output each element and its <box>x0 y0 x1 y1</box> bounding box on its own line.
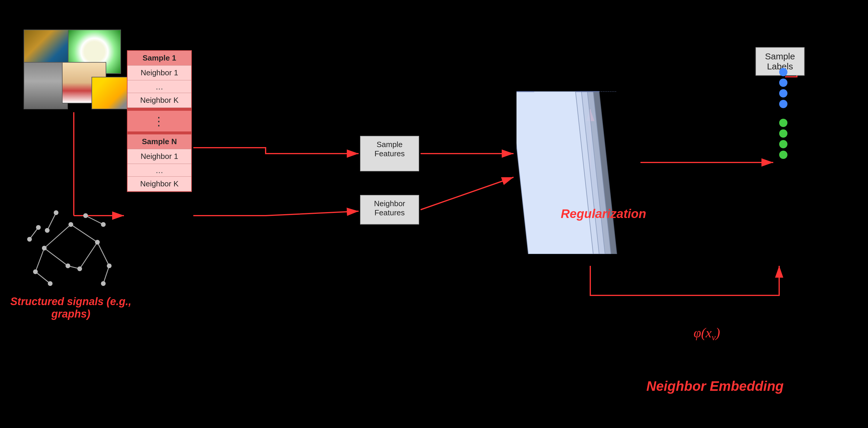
dots-row-n: ... <box>127 164 191 177</box>
sample-features-box: SampleFeatures <box>360 136 419 171</box>
dot-green-4 <box>779 151 787 159</box>
big-dots-row: ⋮ <box>127 111 191 132</box>
dot-blue-2 <box>779 79 787 87</box>
neighbork-row-1: Neighbor K <box>127 93 191 108</box>
dot-green-3 <box>779 140 787 148</box>
svg-line-17 <box>35 272 50 284</box>
svg-line-20 <box>86 216 103 225</box>
svg-point-25 <box>33 269 38 274</box>
dot-green-1 <box>779 119 787 127</box>
dots-column <box>779 68 787 159</box>
svg-point-23 <box>42 246 46 251</box>
phi-label: φ(xv) <box>693 325 720 342</box>
svg-point-24 <box>95 240 100 245</box>
svg-point-27 <box>107 263 112 268</box>
svg-point-22 <box>68 222 73 227</box>
svg-line-12 <box>35 248 44 272</box>
dot-blue-3 <box>779 89 787 97</box>
svg-line-18 <box>103 266 109 284</box>
diagram-container: Structured signals (e.g., graphs) Sample… <box>0 0 868 428</box>
svg-line-14 <box>97 242 109 266</box>
neighbork-row-n: Neighbor K <box>127 177 191 192</box>
svg-point-36 <box>36 225 41 230</box>
sample-features-label: SampleFeatures <box>375 140 405 158</box>
neighbor-embedding-label: Neighbor Embedding <box>646 378 783 394</box>
neighbor1-row-n: Neighbor 1 <box>127 149 191 164</box>
image-collage <box>24 30 124 109</box>
samplen-row: Sample N <box>127 134 191 149</box>
svg-point-28 <box>77 266 82 271</box>
separator-1 <box>127 108 191 111</box>
sample1-row: Sample 1 <box>127 51 191 65</box>
separator-2 <box>127 132 191 134</box>
regularization-text: Regularization <box>561 207 646 221</box>
svg-point-33 <box>83 213 88 218</box>
dot-green-2 <box>779 130 787 138</box>
dot-blue-4 <box>779 100 787 108</box>
svg-point-26 <box>65 263 70 268</box>
nn-layers <box>517 83 641 254</box>
svg-line-15 <box>80 242 97 269</box>
svg-point-34 <box>101 222 106 227</box>
svg-line-6 <box>421 177 514 210</box>
data-table: Sample 1 Neighbor 1 ... Neighbor K ⋮ Sam… <box>127 50 192 192</box>
svg-line-13 <box>44 248 68 266</box>
structured-signals-label: Structured signals (e.g., graphs) <box>9 295 133 320</box>
cat-image <box>24 62 68 109</box>
neighbor1-row-1: Neighbor 1 <box>127 65 191 80</box>
dots-row-1: ... <box>127 80 191 93</box>
svg-point-31 <box>54 210 58 215</box>
svg-line-19 <box>47 213 56 230</box>
neighbor-features-label: NeighborFeatures <box>374 199 405 217</box>
svg-point-35 <box>27 237 32 241</box>
svg-point-30 <box>101 281 106 286</box>
graph-structure <box>21 201 121 289</box>
svg-line-11 <box>71 225 97 242</box>
svg-point-32 <box>45 228 50 233</box>
dot-blue-1 <box>779 68 787 76</box>
svg-point-29 <box>48 281 53 286</box>
neighbor-features-box: NeighborFeatures <box>360 195 419 225</box>
